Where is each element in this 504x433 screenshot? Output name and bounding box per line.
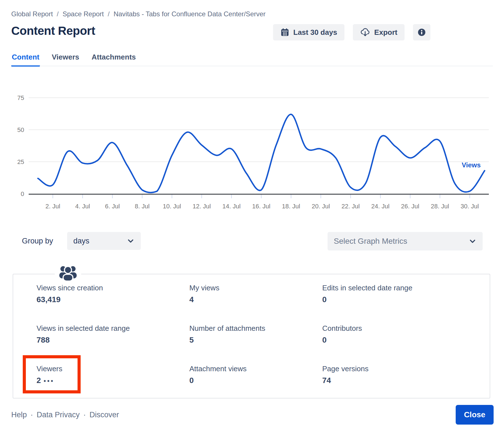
y-axis-tick-label: 25	[17, 158, 24, 165]
x-axis-tick-label: 16. Jul	[252, 203, 271, 210]
cloud-download-icon	[360, 28, 370, 37]
x-axis-tick-label: 8. Jul	[135, 203, 150, 210]
chevron-down-icon	[469, 237, 476, 245]
breadcrumb-space-report[interactable]: Space Report	[63, 10, 104, 18]
x-axis-tick-label: 30. Jul	[461, 203, 479, 210]
close-button[interactable]: Close	[456, 405, 494, 425]
stat-edits-in-range: Edits in selected date range 0	[322, 284, 490, 324]
group-by-select[interactable]: days	[67, 232, 141, 250]
tab-content[interactable]: Content	[11, 53, 40, 67]
views-line-chart: 02550752. Jul4. Jul6. Jul8. Jul10. Jul12…	[11, 81, 489, 213]
x-axis-tick-label: 18. Jul	[282, 203, 300, 210]
footer-links: Help · Data Privacy · Discover	[11, 411, 119, 419]
tab-attachments[interactable]: Attachments	[91, 53, 136, 67]
help-link[interactable]: Help	[11, 411, 27, 419]
calendar-icon	[280, 28, 289, 37]
breadcrumb: Global Report / Space Report / Navitabs …	[11, 10, 265, 18]
breadcrumb-separator: /	[108, 10, 110, 18]
export-label: Export	[374, 28, 397, 37]
graph-metrics-select[interactable]: Select Graph Metrics	[328, 232, 483, 250]
breadcrumb-page-name[interactable]: Navitabs - Tabs for Confluence Data Cent…	[113, 10, 265, 18]
footer-separator: ·	[83, 411, 86, 419]
tab-viewers[interactable]: Viewers	[51, 53, 80, 67]
y-axis-tick-label: 50	[17, 126, 24, 133]
stat-views-in-range: Views in selected date range 788	[37, 324, 189, 364]
footer-separator: ·	[31, 411, 33, 419]
x-axis-tick-label: 4. Jul	[75, 203, 90, 210]
x-axis-tick-label: 22. Jul	[342, 203, 360, 210]
graph-metrics-placeholder: Select Graph Metrics	[334, 237, 407, 246]
stat-contributors: Contributors 0	[322, 324, 490, 364]
stats-grid: Views since creation 63,419 My views 4 E…	[13, 274, 490, 405]
breadcrumb-global-report[interactable]: Global Report	[11, 10, 53, 18]
x-axis-tick-label: 12. Jul	[193, 203, 211, 210]
x-axis-tick-label: 28. Jul	[431, 203, 449, 210]
y-axis-tick-label: 0	[21, 190, 24, 197]
content-stats-card: Views since creation 63,419 My views 4 E…	[13, 274, 490, 398]
tab-bar: Content Viewers Attachments	[11, 53, 493, 66]
data-privacy-link[interactable]: Data Privacy	[37, 411, 80, 419]
discover-link[interactable]: Discover	[90, 411, 119, 419]
group-by-value: days	[73, 237, 89, 245]
content-report-page: Global Report / Space Report / Navitabs …	[0, 0, 504, 433]
header-actions: Last 30 days Export	[273, 24, 430, 40]
x-axis-tick-label: 10. Jul	[163, 203, 181, 210]
viewers-count: 2	[37, 376, 41, 385]
info-button[interactable]	[413, 24, 430, 40]
stat-page-versions: Page versions 74	[322, 364, 490, 405]
x-axis-tick-label: 26. Jul	[401, 203, 419, 210]
viewers-more-dots[interactable]: •••	[44, 377, 55, 384]
export-button[interactable]: Export	[353, 24, 405, 40]
stat-viewers: Viewers 2•••	[37, 364, 189, 405]
group-by-label: Group by	[22, 237, 53, 245]
people-group-icon	[55, 265, 81, 282]
breadcrumb-separator: /	[57, 10, 59, 18]
stat-number-of-attachments: Number of attachments 5	[189, 324, 322, 364]
stat-views-since-creation: Views since creation 63,419	[37, 284, 189, 324]
date-range-button[interactable]: Last 30 days	[273, 24, 344, 40]
y-axis-tick-label: 75	[17, 94, 24, 101]
x-axis-tick-label: 24. Jul	[371, 203, 390, 210]
x-axis-tick-label: 2. Jul	[46, 203, 60, 210]
views-line-chart-svg: 02550752. Jul4. Jul6. Jul8. Jul10. Jul12…	[11, 81, 489, 213]
info-icon	[417, 28, 426, 37]
stat-attachment-views: Attachment views 0	[189, 364, 322, 405]
x-axis-tick-label: 20. Jul	[312, 203, 330, 210]
chevron-down-icon	[127, 237, 135, 245]
date-range-label: Last 30 days	[293, 28, 337, 37]
views-series-label: Views	[462, 161, 481, 169]
x-axis-tick-label: 14. Jul	[223, 203, 241, 210]
views-series-line	[38, 114, 485, 192]
page-title: Content Report	[11, 24, 95, 38]
x-axis-tick-label: 6. Jul	[105, 203, 120, 210]
group-by-control: Group by days	[22, 232, 141, 250]
stat-my-views: My views 4	[189, 284, 322, 324]
